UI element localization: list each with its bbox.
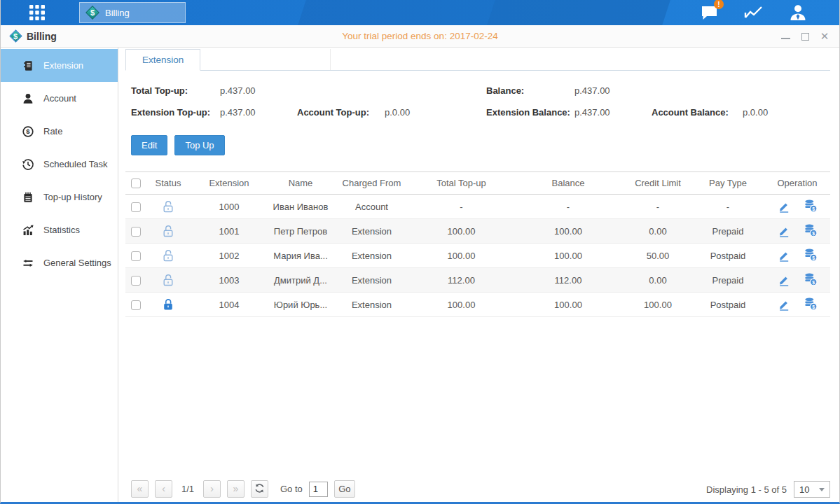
topbar-tab-billing[interactable]: $ Billing [79, 2, 186, 23]
dollar-circle-icon: $ [22, 125, 34, 138]
row-checkbox[interactable] [131, 251, 141, 261]
billing-diamond-icon: $ [9, 30, 22, 43]
top-up-row-icon[interactable]: $ [803, 223, 818, 237]
svg-text:$: $ [812, 304, 815, 309]
charged-from-cell: Extension [333, 268, 411, 293]
row-checkbox[interactable] [131, 202, 141, 212]
top-bar: $ Billing ! [1, 0, 839, 25]
sidebar-item-extension[interactable]: Extension [1, 49, 118, 82]
account-topup-label: Account Top-up: [297, 107, 385, 118]
resource-monitor-icon[interactable] [743, 2, 764, 23]
table-row: 1003 Дмитрий Д... Extension 112.00 112.0… [125, 268, 830, 293]
sidebar-item-label: Rate [43, 126, 62, 136]
sidebar-item-label: Top-up History [43, 192, 102, 202]
extension-cell: 1000 [190, 195, 268, 219]
charged-from-cell: Account [333, 195, 411, 219]
svg-text:$: $ [26, 127, 30, 135]
credit-limit-cell: - [624, 195, 691, 219]
sidebar-item-label: General Settings [43, 258, 111, 268]
edit-row-icon[interactable] [776, 200, 792, 214]
goto-page-input[interactable] [309, 482, 328, 497]
tab-strip-spacer [200, 49, 331, 70]
edit-row-icon[interactable] [776, 224, 792, 238]
column-header-total-topup: Total Top-up [411, 172, 512, 195]
extension-table-body: 1000 Иван Иванов Account - - - - [125, 195, 830, 317]
edit-button[interactable]: Edit [131, 135, 167, 155]
edit-row-icon[interactable] [776, 298, 792, 312]
maximize-icon[interactable] [800, 31, 810, 41]
sidebar-item-scheduled-task[interactable]: Scheduled Task [1, 148, 118, 181]
window-controls: ✕ [780, 25, 829, 48]
account-topup-value: p.0.00 [385, 107, 486, 118]
billing-app-window: $ Billing ! [0, 0, 840, 504]
user-icon[interactable] [787, 2, 808, 23]
charged-from-cell: Extension [333, 244, 411, 268]
balance-cell: 100.00 [512, 244, 624, 268]
edit-row-icon[interactable] [776, 273, 792, 287]
pay-type-cell: Postpaid [691, 293, 764, 317]
name-cell: Мария Ива... [268, 244, 333, 268]
table-row: 1001 Петр Петров Extension 100.00 100.00… [125, 219, 830, 244]
edit-row-icon[interactable] [776, 248, 792, 262]
page-size-select[interactable]: 10 [794, 481, 830, 498]
total-topup-cell: 100.00 [411, 244, 512, 268]
page-size-value: 10 [799, 484, 809, 495]
svg-text:$: $ [812, 230, 815, 236]
balance-cell: 112.00 [512, 268, 624, 293]
top-up-button[interactable]: Top Up [174, 135, 224, 155]
balance-cell: 100.00 [512, 293, 624, 317]
topbar-decoration [487, 0, 670, 25]
go-button[interactable]: Go [334, 480, 355, 498]
topbar-tab-label: Billing [105, 8, 130, 18]
top-up-row-icon[interactable]: $ [803, 248, 818, 262]
extension-table: Status Extension Name Charged From Total… [125, 172, 830, 317]
balance-summary: Total Top-up: p.437.00 Balance: p.437.00… [125, 80, 830, 123]
topbar-right-icons: ! [699, 2, 808, 23]
svg-text:$: $ [812, 279, 815, 285]
account-balance-label: Account Balance: [652, 107, 743, 118]
sidebar-item-rate[interactable]: $ Rate [1, 115, 118, 148]
table-row: 1000 Иван Иванов Account - - - - [125, 195, 830, 219]
tab-extension[interactable]: Extension [125, 49, 200, 71]
last-page-button[interactable]: » [227, 480, 245, 498]
notepad-icon [22, 191, 34, 204]
pay-type-cell: Prepaid [691, 268, 764, 293]
balance-cell: - [512, 195, 624, 219]
extension-cell: 1001 [190, 219, 268, 244]
next-page-button[interactable]: › [203, 480, 221, 498]
window-title-bar: $ Billing Your trial period ends on: 201… [1, 25, 839, 48]
balance-value: p.437.00 [574, 85, 652, 96]
name-cell: Юрий Юрь... [268, 293, 333, 317]
sidebar-item-topup-history[interactable]: Top-up History [1, 181, 118, 214]
credit-limit-cell: 0.00 [624, 268, 691, 293]
row-checkbox[interactable] [131, 276, 141, 286]
table-row: 1004 Юрий Юрь... Extension 100.00 100.00… [125, 293, 830, 317]
chevron-down-icon [819, 488, 825, 491]
extension-balance-label: Extension Balance: [486, 107, 574, 118]
messages-icon[interactable]: ! [699, 2, 720, 23]
pagination-right: Displaying 1 - 5 of 5 10 [706, 481, 830, 498]
top-up-row-icon[interactable]: $ [803, 199, 818, 213]
row-checkbox[interactable] [131, 300, 141, 310]
top-up-row-icon[interactable]: $ [803, 272, 818, 286]
close-icon[interactable]: ✕ [820, 31, 829, 41]
transfer-arrows-icon [22, 257, 34, 270]
name-cell: Иван Иванов [268, 195, 333, 219]
column-header-balance: Balance [512, 172, 624, 195]
sidebar-item-account[interactable]: Account [1, 82, 118, 115]
first-page-button[interactable]: « [131, 480, 149, 498]
displaying-count: Displaying 1 - 5 of 5 [706, 484, 787, 495]
refresh-icon[interactable] [251, 480, 268, 498]
sidebar-item-statistics[interactable]: Statistics [1, 214, 118, 246]
sidebar-item-label: Scheduled Task [43, 159, 108, 169]
pay-type-cell: Postpaid [691, 244, 764, 268]
row-checkbox[interactable] [131, 227, 141, 237]
previous-page-button[interactable]: ‹ [155, 480, 172, 498]
app-grid-icon[interactable] [27, 3, 47, 22]
minimize-icon[interactable] [780, 31, 790, 41]
sidebar-item-general-settings[interactable]: General Settings [1, 246, 118, 279]
column-header-status: Status [146, 172, 190, 195]
select-all-checkbox[interactable] [131, 178, 141, 188]
top-up-row-icon[interactable]: $ [803, 297, 818, 311]
status-locked-icon [161, 298, 175, 312]
